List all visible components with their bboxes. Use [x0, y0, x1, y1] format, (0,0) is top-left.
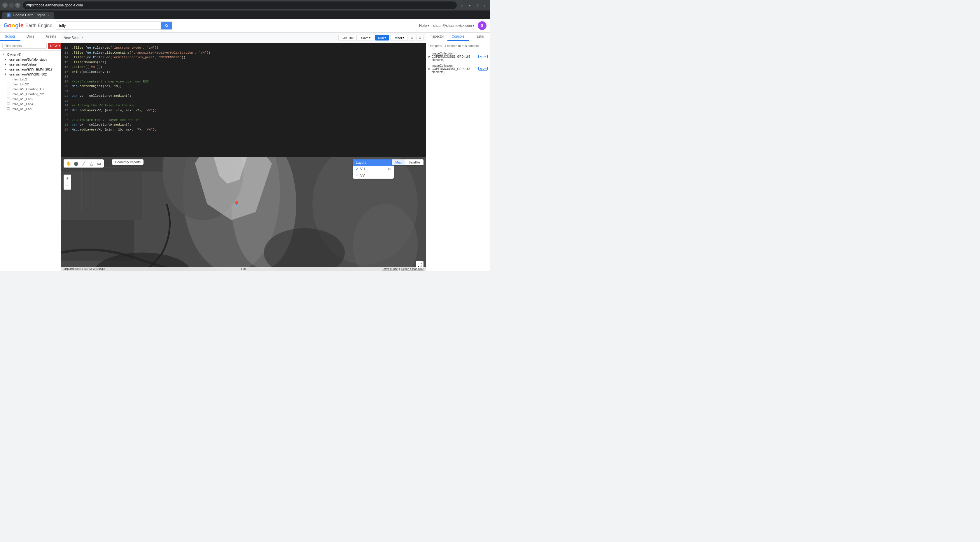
layer-vh-checkbox[interactable]: ✓	[356, 167, 358, 171]
filter-scripts-input[interactable]	[2, 43, 47, 49]
avatar[interactable]: S	[478, 21, 487, 30]
extension-icon[interactable]: ◫	[474, 2, 480, 8]
get-link-button[interactable]: Get Link	[338, 35, 357, 41]
run-dropdown-icon: ▾	[384, 36, 386, 40]
tab-bar: E Google Earth Engine ×	[0, 11, 490, 19]
console-item-expand[interactable]: ▶ ImageCollection COPERNICUS/S1_GRD (165…	[428, 52, 488, 62]
app-name: Earth Engine	[25, 23, 52, 28]
polygon-tool-button[interactable]: △	[88, 160, 94, 167]
tab-assets[interactable]: Assets	[41, 33, 61, 41]
chevron-right-icon: ▸	[5, 57, 8, 61]
zoom-controls: + −	[64, 174, 71, 190]
console-content: Use print(...) to write to this console.…	[426, 41, 490, 271]
json-badge[interactable]: JSON	[478, 55, 488, 58]
browser-tab[interactable]: E Google Earth Engine ×	[2, 12, 54, 19]
layer-vv-checkbox[interactable]: ✓	[356, 174, 358, 177]
map-view-button[interactable]: Map	[392, 159, 405, 165]
list-item[interactable]: ☰ Intro_RS_Charting_S2	[0, 92, 61, 97]
forward-button[interactable]: →	[9, 3, 14, 8]
map-area[interactable]: 📍 ✋ ⬤ ╱ △ ▭ Geometry Imports + − Layers	[61, 157, 426, 271]
more-icon[interactable]: ⋮	[482, 2, 488, 8]
tab-scripts[interactable]: Scripts	[0, 33, 21, 41]
terms-link[interactable]: Terms of Use	[382, 268, 398, 270]
hand-tool-button[interactable]: ✋	[65, 160, 72, 167]
file-icon: ☰	[7, 87, 11, 91]
code-editor[interactable]: 12 13 14 15 16 17 18 19 20 21 22 23 24 2…	[61, 43, 426, 157]
script-title: New Script *	[64, 36, 336, 40]
json-badge[interactable]: JSON	[478, 67, 488, 71]
save-button[interactable]: Save ▾	[358, 35, 374, 41]
tab-tasks[interactable]: Tasks	[469, 33, 490, 41]
right-panel-tabs: Inspector Console Tasks	[426, 33, 490, 41]
new-btn-arrow-icon: ▾	[59, 44, 60, 47]
tab-inspector[interactable]: Inspector	[426, 33, 447, 41]
tab-console[interactable]: Console	[447, 33, 469, 41]
bookmark-icon[interactable]: ☆	[459, 2, 465, 8]
geometry-imports-button[interactable]: Geometry Imports	[112, 159, 143, 165]
line-tool-button[interactable]: ╱	[81, 160, 87, 167]
list-item[interactable]: ☰ Intro_RS_Lab2	[0, 97, 61, 101]
list-item[interactable]: ☰ Intro_Lab22	[0, 82, 61, 87]
chevron-right-icon: ▸	[5, 67, 8, 71]
list-item[interactable]: ☰ Intro_RS_Lab5	[0, 106, 61, 111]
expand-arrow-icon: ▶	[428, 55, 431, 58]
tab-close-button[interactable]: ×	[48, 14, 49, 17]
tree-item-env202[interactable]: ▾ users/shaun/ENV202_502	[0, 72, 61, 77]
user-menu[interactable]: shaun@shaunlevick.com ▾	[433, 24, 474, 28]
point-tool-button[interactable]: ⬤	[73, 160, 80, 167]
address-bar[interactable]: https://code.earthengine.google.com	[23, 2, 457, 9]
zoom-out-button[interactable]: −	[64, 182, 71, 190]
file-icon: ☰	[7, 77, 11, 81]
list-item[interactable]: ☰ Intro_RS_Lab4	[0, 101, 61, 106]
expand-arrow-icon: ▶	[428, 67, 431, 70]
layer-vh: ✓ VH ⚙	[353, 166, 394, 172]
zoom-in-button[interactable]: +	[64, 174, 71, 182]
back-button[interactable]: ←	[2, 3, 8, 8]
map-copyright: Map data ©2019 GBRMPA, Google	[64, 268, 105, 270]
tab-docs[interactable]: Docs	[21, 33, 41, 41]
chevron-right-icon: ▸	[5, 62, 8, 66]
profile-icon[interactable]: ●	[467, 2, 473, 8]
google-logo: Google	[3, 22, 24, 29]
file-icon: ☰	[7, 102, 11, 106]
list-item[interactable]: ☰ Intro_Lab2	[0, 77, 61, 82]
search-input[interactable]	[56, 22, 161, 29]
tree-item-default[interactable]: ▸ users/shaun/default	[0, 62, 61, 67]
user-chevron-icon: ▾	[473, 24, 474, 28]
help-chevron-icon: ▾	[427, 23, 430, 28]
tree-owner-header[interactable]: ▾ Owner (6)	[0, 52, 61, 57]
list-item[interactable]: ▶ ImageCollection COPERNICUS/S1_GRD (165…	[428, 63, 488, 75]
tree-item-env-emm[interactable]: ▸ users/shaun/ENV_EMM_2017	[0, 67, 61, 72]
reset-button[interactable]: Reset ▾	[390, 35, 407, 41]
browser-actions: ☆ ● ◫ ⋮	[459, 2, 488, 8]
layer-vh-settings-icon[interactable]: ⚙	[388, 167, 391, 171]
layer-vv: ✓ VV	[353, 172, 394, 179]
map-toolbar: ✋ ⬤ ╱ △ ▭	[64, 159, 104, 168]
list-item[interactable]: ☰ Intro_RS_Charting_L8	[0, 87, 61, 92]
run-button[interactable]: Run ▾	[375, 35, 389, 41]
rectangle-tool-button[interactable]: ▭	[95, 160, 102, 167]
satellite-view-button[interactable]: Satellite	[405, 159, 423, 165]
reset-dropdown-icon: ▾	[402, 36, 404, 40]
new-script-button[interactable]: NEW ▾	[48, 43, 62, 49]
main-layout: Scripts Docs Assets NEW ▾ ▾ Owner (6) ▸ …	[0, 33, 490, 271]
search-button[interactable]	[161, 22, 172, 29]
search-bar[interactable]	[56, 21, 172, 30]
grid-view-button[interactable]: ⊞	[409, 35, 415, 41]
file-icon: ☰	[7, 107, 11, 111]
layers-panel: Layers ✓ VH ⚙ ✓ VV	[353, 159, 394, 179]
expand-icon: ▾	[2, 52, 6, 56]
console-hint: Use print(...) to write to this console.	[428, 43, 488, 48]
reload-button[interactable]: ↻	[15, 3, 21, 8]
tab-title: Google Earth Engine	[13, 13, 45, 17]
help-button[interactable]: Help ▾	[419, 23, 430, 28]
settings-button[interactable]: ⚙	[417, 35, 423, 41]
right-panel: Inspector Console Tasks Use print(...) t…	[426, 33, 490, 271]
tree-item-buffalo[interactable]: ▸ users/shaun/Buffalo_study	[0, 57, 61, 62]
list-item[interactable]: ▶ ImageCollection COPERNICUS/S1_GRD (165…	[428, 51, 488, 63]
file-icon: ☰	[7, 92, 11, 96]
code-actions: Get Link Save ▾ Run ▾ Reset ▾ ⊞ ⚙	[338, 35, 423, 41]
report-link[interactable]: Report a map error	[401, 268, 423, 270]
console-item-expand[interactable]: ▶ ImageCollection COPERNICUS/S1_GRD (165…	[428, 64, 488, 74]
browser-nav-buttons: ← → ↻	[2, 3, 21, 8]
